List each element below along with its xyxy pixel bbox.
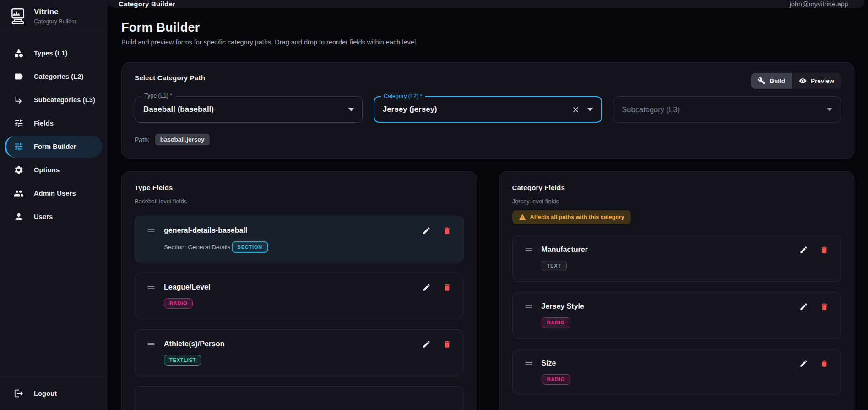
path-label: Path:	[135, 136, 150, 143]
mode-toggle: Build Preview	[751, 73, 841, 89]
field-item[interactable]: Athlete(s)/Person	[135, 329, 464, 376]
sidebar-item-label: Subcategories (L3)	[34, 96, 95, 104]
category-l2-label: Category (L2) *	[381, 93, 425, 99]
warning-icon	[519, 213, 526, 221]
logout-button[interactable]: Logout	[0, 383, 108, 405]
sidebar-item-types[interactable]: Types (L1)	[0, 42, 108, 64]
field-name: Athlete(s)/Person	[164, 340, 422, 348]
person-icon	[14, 212, 24, 222]
category-l2-select[interactable]: Category (L2) * Jersey (jersey)	[374, 96, 602, 123]
category-fields-subtitle: Jersey level fields	[512, 198, 841, 205]
field-item[interactable]: general-details-baseball	[135, 216, 464, 262]
wrench-icon	[758, 77, 765, 85]
sidebar-item-label: Form Builder	[34, 143, 76, 150]
field-item[interactable]: Manufacturer	[512, 235, 841, 282]
path-selects: Type (L1) * Baseball (baseball) Category…	[135, 96, 841, 123]
build-mode-button[interactable]: Build	[751, 73, 792, 89]
main-area: Category Builder john@myvitrine.app Form…	[108, 0, 868, 410]
page-description: Build and preview forms for specific cat…	[121, 38, 854, 46]
category-fields-title: Category Fields	[512, 184, 841, 191]
field-type-badge: TEXT	[542, 261, 567, 271]
field-name: Manufacturer	[542, 246, 800, 254]
field-name: Jersey Style	[542, 302, 800, 311]
sidebar-item-fields[interactable]: Fields	[0, 112, 108, 134]
sidebar-nav: Types (L1) Categories (L2) Subcategories…	[0, 33, 108, 377]
eye-icon	[799, 77, 807, 85]
field-item[interactable]: Jersey Style	[512, 292, 841, 339]
sidebar-item-options[interactable]: Options	[0, 159, 108, 181]
page-title: Form Builder	[121, 21, 854, 35]
brand-text: Vitrine Category Builder	[34, 7, 76, 25]
drag-handle-icon[interactable]	[524, 358, 534, 368]
type-l1-select[interactable]: Type (L1) * Baseball (baseball)	[135, 96, 363, 123]
drag-handle-icon[interactable]	[146, 339, 156, 349]
sidebar-item-label: Users	[34, 213, 53, 220]
sidebar: Vitrine Category Builder Types (L1) Cate…	[0, 0, 108, 410]
category-l2-value: Jersey (jersey)	[383, 105, 572, 114]
subcategory-l3-select[interactable]: Subcategory (L3)	[613, 96, 841, 123]
sliders-icon	[14, 142, 24, 152]
sidebar-item-label: Types (L1)	[34, 49, 67, 57]
drag-handle-icon[interactable]	[524, 301, 534, 312]
type-l1-value: Baseball (baseball)	[143, 105, 348, 114]
field-item[interactable]: Size	[512, 349, 841, 395]
trash-icon[interactable]	[443, 283, 451, 292]
logout-label: Logout	[34, 390, 57, 397]
path-chip: baseball.jersey	[155, 134, 210, 145]
logout-section: Logout	[0, 377, 108, 410]
brand: Vitrine Category Builder	[0, 0, 108, 33]
gear-icon	[14, 165, 24, 175]
topbar-title: Category Builder	[119, 0, 175, 8]
field-type-badge: TEXTLIST	[164, 355, 201, 366]
chevron-down-icon	[587, 108, 593, 111]
field-type-badge: SECTION	[232, 241, 269, 253]
path-row: Path: baseball.jersey	[135, 134, 841, 145]
drag-handle-icon[interactable]	[146, 282, 156, 292]
logout-icon	[14, 388, 24, 399]
trash-icon[interactable]	[443, 340, 451, 349]
trash-icon[interactable]	[820, 302, 829, 311]
build-label: Build	[770, 77, 785, 84]
clear-icon[interactable]	[571, 105, 580, 114]
edit-icon[interactable]	[422, 283, 431, 292]
sidebar-item-categories[interactable]: Categories (L2)	[0, 66, 108, 87]
warning-text: Affects all paths with this category	[530, 214, 624, 220]
field-type-badge: RADIO	[164, 298, 193, 309]
sidebar-item-label: Categories (L2)	[34, 73, 84, 80]
chevron-down-icon	[348, 108, 354, 111]
sidebar-item-label: Fields	[34, 120, 54, 127]
sidebar-item-admin-users[interactable]: Admin Users	[0, 182, 108, 204]
field-item-partial[interactable]	[135, 386, 464, 410]
sidebar-item-users[interactable]: Users	[0, 206, 108, 228]
sliders-icon	[14, 118, 24, 128]
field-type-badge: RADIO	[542, 374, 570, 385]
sidebar-item-label: Options	[34, 166, 60, 174]
field-item[interactable]: League/Level	[135, 273, 464, 319]
edit-icon[interactable]	[422, 340, 431, 349]
drag-handle-icon[interactable]	[524, 245, 534, 255]
edit-icon[interactable]	[799, 246, 808, 254]
sidebar-item-form-builder[interactable]: Form Builder	[5, 136, 102, 158]
sidebar-item-subcategories[interactable]: Subcategories (L3)	[0, 89, 108, 111]
edit-icon[interactable]	[799, 359, 808, 368]
field-name: general-details-baseball	[164, 226, 422, 235]
field-name: Size	[542, 359, 800, 367]
field-meta: Section: General Details	[164, 244, 231, 251]
trash-icon[interactable]	[820, 246, 829, 254]
drag-handle-icon[interactable]	[146, 225, 156, 235]
app-root: Vitrine Category Builder Types (L1) Cate…	[0, 0, 868, 410]
app-subtitle: Category Builder	[34, 18, 76, 25]
warning-chip: Affects all paths with this category	[512, 210, 631, 224]
vitrine-logo-icon	[8, 6, 27, 26]
type-fields-title: Type Fields	[135, 184, 464, 191]
type-field-list: general-details-baseball	[135, 216, 464, 410]
app-name: Vitrine	[34, 7, 76, 16]
edit-icon[interactable]	[799, 302, 808, 311]
category-path-card: Select Category Path Build Preview Type …	[121, 62, 854, 159]
trash-icon[interactable]	[820, 359, 829, 368]
preview-mode-button[interactable]: Preview	[792, 73, 841, 89]
trash-icon[interactable]	[443, 226, 451, 235]
tag-icon	[14, 71, 24, 82]
chevron-down-icon	[827, 108, 832, 111]
edit-icon[interactable]	[422, 226, 431, 235]
